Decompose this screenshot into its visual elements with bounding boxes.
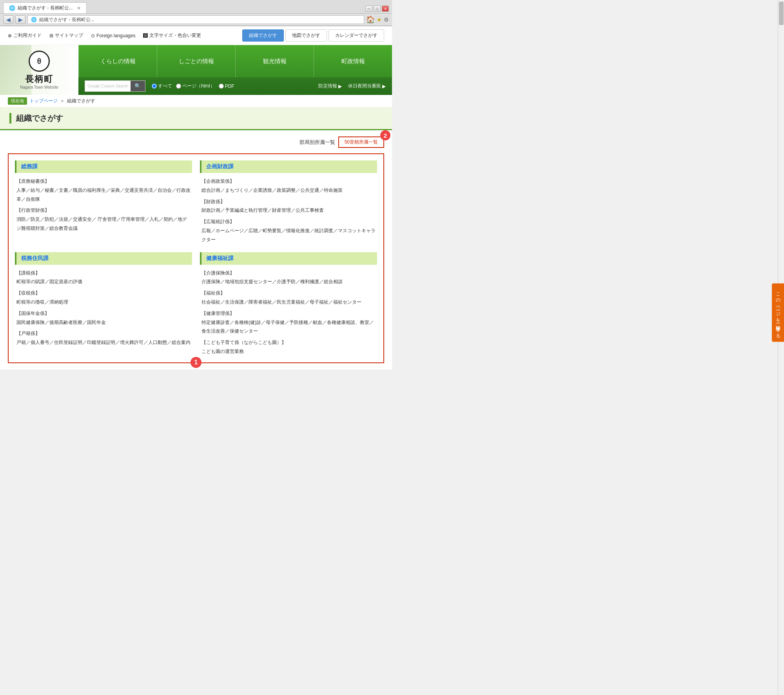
kenko-content4: こども園の運営業務 (201, 347, 376, 356)
dept-name-kenko[interactable]: 健康福祉課 (206, 255, 234, 261)
current-location-badge: 現在地 (8, 97, 27, 105)
guide-icon: ⊕ (8, 33, 12, 38)
tab-label: 部局別所属一覧 (299, 139, 335, 146)
badge-1: 1 (191, 357, 201, 368)
dept-body-zeimu: 【課税係】 町税等の賦課／固定資産の評価 【収税係】 町税等の徴収／滞納処理 【… (15, 269, 192, 347)
kikaku-content3: 広報／ホームページ／広聴／町勢要覧／情報化推進／統計調査／マスコットキャラクター (201, 226, 376, 244)
org-search-button[interactable]: 組織でさがす (242, 29, 284, 42)
dept-card-kenko: 健康福祉課 【介護保険係】 介護保険／地域包括支援センター／介護予防／権利擁護／… (200, 252, 377, 356)
browser-tab[interactable]: 🌐 組織でさがす - 長柄町公... ✕ (3, 2, 87, 13)
nav-shigoto[interactable]: しごとの情報 (157, 45, 235, 77)
search-options: すべて ページ（html） PDF (152, 83, 234, 89)
map-search-button[interactable]: 地図でさがす (285, 29, 327, 42)
breadcrumb-home[interactable]: トップページ (29, 98, 58, 104)
section-content: 人事／給与／秘書／文書／職員の福利厚生／栄典／交通災害共済／自治会／行政改革／自… (16, 186, 191, 204)
kenko-label3: 【健康管理係】 (201, 309, 376, 318)
dept-header-zeimu: 税務住民課 (15, 252, 192, 265)
maximize-button[interactable]: □ (374, 5, 381, 12)
kenko-content2: 社会福祉／生活保護／障害者福祉／民生児童福祉／母子福祉／福祉センター (201, 298, 376, 307)
dept-card-zeimu: 税務住民課 【課税係】 町税等の賦課／固定資産の評価 【収税係】 町税等の徴収／… (15, 252, 192, 356)
page-title-section: 組織でさがす (0, 107, 392, 130)
globe-icon: ⊙ (91, 33, 95, 38)
disaster-link[interactable]: 防災情報 ▶ (318, 83, 342, 89)
kenko-content1: 介護保険／地域包括支援センター／介護予防／権利擁護／総合相談 (201, 277, 376, 286)
dept-body-somuuka: 【庶務秘書係】 人事／給与／秘書／文書／職員の福利厚生／栄典／交通災害共済／自治… (15, 177, 192, 233)
zeimu-content4: 戸籍／個人番号／住民登録証明／印鑑登録証明／埋火葬許可／人口動態／総合案内 (16, 338, 191, 347)
home-icon[interactable]: 🏠 (366, 15, 375, 24)
tab-area: 部局別所属一覧 50音順所属一覧 2 (8, 136, 384, 148)
option-pdf[interactable]: PDF (219, 84, 234, 89)
fontsize-icon: 🅰 (143, 33, 148, 38)
dept-card-kikaku: 企画財政課 【企画政策係】 総合計画／まちづくり／企業誘致／政策調整／公共交通／… (200, 160, 377, 244)
zeimu-label2: 【収税係】 (16, 289, 191, 298)
address-text: 組織でさがす - 長柄町公... (39, 16, 94, 23)
search-box: Google Custom Search 🔍 (85, 80, 145, 92)
tab-title: 組織でさがす - 長柄町公... (18, 5, 73, 11)
zeimu-content1: 町税等の賦課／固定資産の評価 (16, 277, 191, 286)
medical-link[interactable]: 休日夜間当番医 ▶ (348, 83, 386, 89)
main-nav: くらしの情報 しごとの情報 観光情報 町政情報 Google Custom Se… (78, 45, 392, 95)
fontsize-label: 文字サイズ・色合い変更 (149, 32, 201, 39)
breadcrumb-current: 組織でさがす (67, 98, 95, 104)
zeimu-content2: 町税等の徴収／滞納処理 (16, 298, 191, 307)
disaster-label: 防災情報 (318, 83, 337, 89)
calendar-search-button[interactable]: カレンダーでさがす (328, 29, 384, 42)
guide-link[interactable]: ⊕ ご利用ガイド (8, 32, 42, 39)
dept-body-kikaku: 【企画政策係】 総合計画／まちづくり／企業誘致／政策調整／公共交通／特命施策 【… (200, 177, 377, 244)
tools-icon[interactable]: ⚙ (384, 16, 389, 23)
option-all[interactable]: すべて (152, 83, 172, 89)
arrow-icon: ▶ (338, 84, 342, 89)
kikaku-label2: 【財政係】 (201, 197, 376, 206)
close-button[interactable]: ✕ (382, 5, 389, 12)
minimize-button[interactable]: ─ (365, 5, 372, 12)
forward-button[interactable]: ▶ (15, 15, 25, 24)
breadcrumb-sep: ＞ (60, 98, 65, 104)
zeimu-label4: 【戸籍係】 (16, 329, 191, 338)
address-icon: 🌐 (31, 17, 37, 22)
address-bar[interactable]: 🌐 組織でさがす - 長柄町公... (27, 15, 364, 24)
favorites-icon[interactable]: ★ (377, 16, 382, 23)
search-bar: Google Custom Search 🔍 すべて ページ（html） PDF… (78, 77, 392, 95)
dept-name-zeimu[interactable]: 税務住民課 (21, 255, 49, 261)
kenko-content3: 特定健康診査／各種検(健)診／母子保健／予防接種／献血／各種健康相談、教室／食生… (201, 318, 376, 336)
nav-kurashi[interactable]: くらしの情報 (78, 45, 157, 77)
fontsize-link[interactable]: 🅰 文字サイズ・色合い変更 (143, 32, 201, 39)
quick-links: 防災情報 ▶ 休日夜間当番医 ▶ (318, 83, 386, 89)
kikaku-label1: 【企画政策係】 (201, 177, 376, 186)
dept-grid: 総務課 【庶務秘書係】 人事／給与／秘書／文書／職員の福利厚生／栄典／交通災害共… (15, 160, 377, 356)
tab-close-icon[interactable]: ✕ (77, 5, 81, 11)
sitemap-link[interactable]: ⊞ サイトマップ (49, 32, 83, 39)
kenko-label2: 【福祉係】 (201, 289, 376, 298)
nav-kanko[interactable]: 観光情報 (235, 45, 314, 77)
town-name: 長柄町 (25, 73, 53, 85)
search-label: Google Custom Search (85, 84, 131, 88)
foreign-languages-link[interactable]: ⊙ Foreign languages (91, 33, 135, 38)
sitemap-icon: ⊞ (49, 33, 53, 38)
search-button[interactable]: 🔍 (131, 81, 145, 91)
utility-nav: ⊕ ご利用ガイド ⊞ サイトマップ ⊙ Foreign languages 🅰 … (8, 32, 201, 39)
tab-favicon: 🌐 (9, 5, 15, 11)
breadcrumb: 現在地 トップページ ＞ 組織でさがす (0, 95, 392, 107)
sitemap-label: サイトマップ (55, 32, 83, 39)
section-label2: 【行政管財係】 (16, 206, 191, 215)
kikaku-content2: 財政計画／予算編成と執行管理／財産管理／公共工事検査 (201, 206, 376, 215)
logo-symbol: θ (29, 51, 50, 72)
dept-header-somuuka: 総務課 (15, 160, 192, 173)
main-body: 部局別所属一覧 50音順所属一覧 2 1 総務課 (0, 130, 392, 369)
50on-tab-button[interactable]: 50音順所属一覧 2 (338, 136, 384, 148)
kikaku-label3: 【広報統計係】 (201, 217, 376, 226)
departments-section: 1 総務課 【庶務秘書係】 人事／給与／秘書／文書／職員の福利厚生／栄典／交通災… (8, 153, 384, 363)
zeimu-label3: 【国保年金係】 (16, 309, 191, 318)
zeimu-label1: 【課税係】 (16, 269, 191, 278)
dept-card-somuuka: 総務課 【庶務秘書係】 人事／給与／秘書／文書／職員の福利厚生／栄典／交通災害共… (15, 160, 192, 244)
back-button[interactable]: ◀ (3, 15, 13, 24)
dept-name-somuuka[interactable]: 総務課 (21, 163, 38, 169)
search-type-buttons: 組織でさがす 地図でさがす カレンダーでさがす (242, 29, 384, 42)
dept-name-kikaku[interactable]: 企画財政課 (206, 163, 234, 169)
nav-chosei[interactable]: 町政情報 (314, 45, 392, 77)
town-name-en: Nagara Town Website (20, 85, 58, 89)
kenko-label1: 【介護保険係】 (201, 269, 376, 278)
guide-label: ご利用ガイド (13, 32, 42, 39)
medical-label: 休日夜間当番医 (348, 83, 381, 89)
option-html[interactable]: ページ（html） (176, 83, 215, 89)
